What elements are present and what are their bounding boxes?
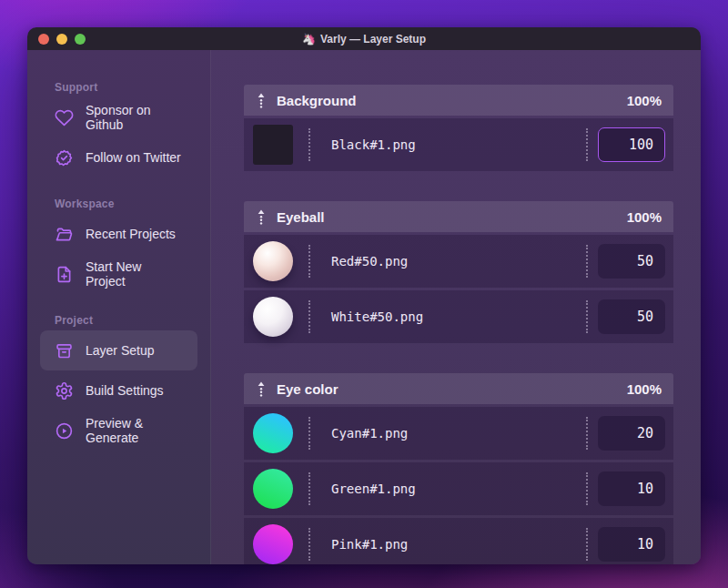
dotted-divider <box>586 417 588 450</box>
window-title-text: Varly — Layer Setup <box>320 33 426 46</box>
dotted-divider <box>308 300 310 333</box>
rarity-input[interactable] <box>598 299 665 334</box>
gear-icon <box>54 380 74 400</box>
layer-filename: Red#50.png <box>331 254 408 269</box>
dotted-divider <box>586 472 588 505</box>
drag-handle-icon[interactable] <box>256 380 267 397</box>
group-name: Background <box>277 93 357 108</box>
unicorn-icon: 🦄 <box>302 33 316 46</box>
layer-group-header: Eye color 100% <box>244 373 673 404</box>
group-opacity: 100% <box>627 381 662 397</box>
dotted-divider <box>308 245 310 278</box>
layer-filename: Cyan#1.png <box>331 426 408 441</box>
sidebar-item-recent-projects[interactable]: Recent Projects <box>40 214 197 254</box>
layer-group-eye-color: Eye color 100% Cyan#1.png Green#1.png <box>244 373 673 564</box>
archive-icon <box>54 340 74 360</box>
layer-thumbnail <box>253 469 293 509</box>
layer-filename: White#50.png <box>331 309 423 324</box>
traffic-lights <box>38 27 86 50</box>
sidebar-item-build-settings[interactable]: Build Settings <box>40 370 197 411</box>
sidebar-item-sponsor-github[interactable]: Sponsor on Github <box>40 97 197 137</box>
sidebar-item-label: Layer Setup <box>86 343 155 358</box>
layer-thumbnail <box>253 524 293 564</box>
layer-row: Red#50.png <box>244 235 673 288</box>
rarity-input[interactable] <box>598 244 665 279</box>
sidebar-section-support: Support <box>40 81 197 94</box>
close-button[interactable] <box>38 34 49 45</box>
drag-handle-icon[interactable] <box>256 92 267 108</box>
dotted-divider <box>586 128 588 161</box>
layer-row: Black#1.png <box>244 118 673 171</box>
dotted-divider <box>308 417 310 450</box>
file-plus-icon <box>54 264 74 284</box>
drag-handle-icon[interactable] <box>256 208 267 225</box>
group-name: Eye color <box>277 381 339 397</box>
layer-filename: Pink#1.png <box>331 537 408 552</box>
rarity-input[interactable] <box>598 471 665 506</box>
folder-icon <box>54 224 74 244</box>
layer-thumbnail <box>253 125 293 165</box>
dotted-divider <box>586 245 588 278</box>
layer-row: Green#1.png <box>244 462 673 515</box>
sidebar-item-label: Preview & Generate <box>86 416 184 445</box>
layer-filename: Green#1.png <box>331 482 416 496</box>
sidebar-item-label: Start New Project <box>86 259 184 289</box>
sidebar-item-preview-generate[interactable]: Preview & Generate <box>40 411 197 451</box>
layer-thumbnail <box>253 297 293 337</box>
app-window: 🦄 Varly — Layer Setup Support Sponsor on… <box>27 27 701 564</box>
layer-row: Cyan#1.png <box>244 407 673 460</box>
titlebar: 🦄 Varly — Layer Setup <box>27 27 701 50</box>
sidebar-section-project: Project <box>40 314 197 327</box>
dotted-divider <box>308 128 310 161</box>
group-opacity: 100% <box>627 209 662 225</box>
window-title: 🦄 Varly — Layer Setup <box>302 33 426 46</box>
layer-setup-panel: Background 100% Black#1.png <box>211 50 701 564</box>
sidebar-item-label: Sponsor on Github <box>86 103 184 132</box>
sidebar-item-follow-twitter[interactable]: Follow on Twitter <box>40 137 197 177</box>
sidebar-item-label: Follow on Twitter <box>86 150 181 165</box>
sidebar-section-workspace: Workspace <box>40 198 197 210</box>
badge-check-icon <box>54 147 74 167</box>
layer-row: White#50.png <box>244 290 673 343</box>
layer-filename: Black#1.png <box>331 137 416 152</box>
sidebar: Support Sponsor on Github Follow on Twit… <box>27 50 211 564</box>
play-circle-icon <box>54 421 74 441</box>
layer-thumbnail <box>253 413 293 453</box>
dotted-divider <box>586 528 588 561</box>
sidebar-item-start-new-project[interactable]: Start New Project <box>40 254 197 294</box>
dotted-divider <box>308 528 310 561</box>
sidebar-item-label: Build Settings <box>86 383 164 398</box>
sidebar-item-layer-setup[interactable]: Layer Setup <box>40 330 197 370</box>
group-opacity: 100% <box>627 93 662 108</box>
layer-group-header: Eyeball 100% <box>244 201 673 232</box>
dotted-divider <box>308 472 310 505</box>
layer-group-header: Background 100% <box>244 85 673 116</box>
layer-thumbnail <box>253 241 293 281</box>
minimize-button[interactable] <box>56 34 67 45</box>
zoom-button[interactable] <box>75 34 86 45</box>
dotted-divider <box>586 300 588 333</box>
layer-group-eyeball: Eyeball 100% Red#50.png White#50.png <box>244 201 673 343</box>
layer-group-background: Background 100% Black#1.png <box>244 85 673 171</box>
rarity-input[interactable] <box>598 127 665 162</box>
heart-icon <box>54 107 74 127</box>
rarity-input[interactable] <box>598 416 665 451</box>
group-name: Eyeball <box>277 209 325 225</box>
layer-row: Pink#1.png <box>244 518 673 564</box>
rarity-input[interactable] <box>598 527 665 562</box>
sidebar-item-label: Recent Projects <box>86 227 176 241</box>
